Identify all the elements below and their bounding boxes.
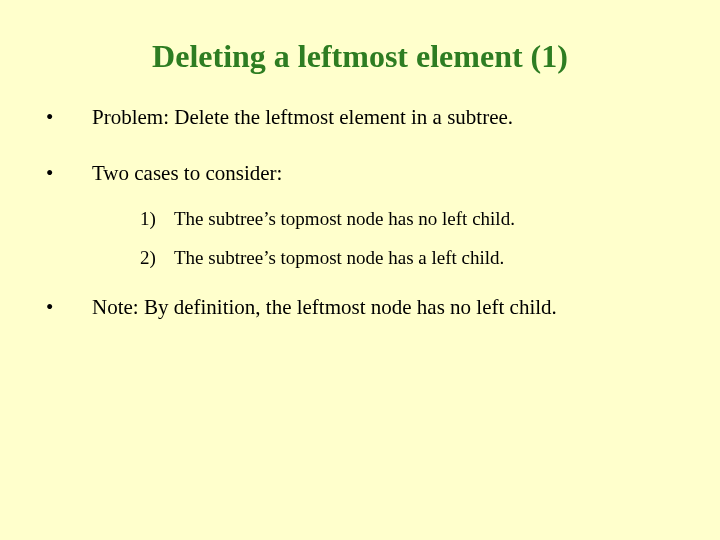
bullet-list: • Problem: Delete the leftmost element i… [44,103,676,321]
slide-title: Deleting a leftmost element (1) [44,38,676,75]
list-item: • Problem: Delete the leftmost element i… [44,103,676,131]
bullet-text: Note: By definition, the leftmost node h… [92,293,676,321]
list-item: 2) The subtree’s topmost node has a left… [140,245,676,271]
list-item: • Note: By definition, the leftmost node… [44,293,676,321]
list-item: 1) The subtree’s topmost node has no lef… [140,206,676,232]
bullet-marker: • [44,159,92,187]
bullet-marker: • [44,293,92,321]
bullet-text: Two cases to consider: [92,159,676,187]
numbered-sublist: 1) The subtree’s topmost node has no lef… [44,206,676,271]
list-item: • Two cases to consider: [44,159,676,187]
bullet-marker: • [44,103,92,131]
slide: Deleting a leftmost element (1) • Proble… [0,0,720,540]
subitem-text: The subtree’s topmost node has no left c… [174,206,676,232]
subitem-text: The subtree’s topmost node has a left ch… [174,245,676,271]
number-marker: 2) [140,245,174,271]
bullet-text: Problem: Delete the leftmost element in … [92,103,676,131]
number-marker: 1) [140,206,174,232]
